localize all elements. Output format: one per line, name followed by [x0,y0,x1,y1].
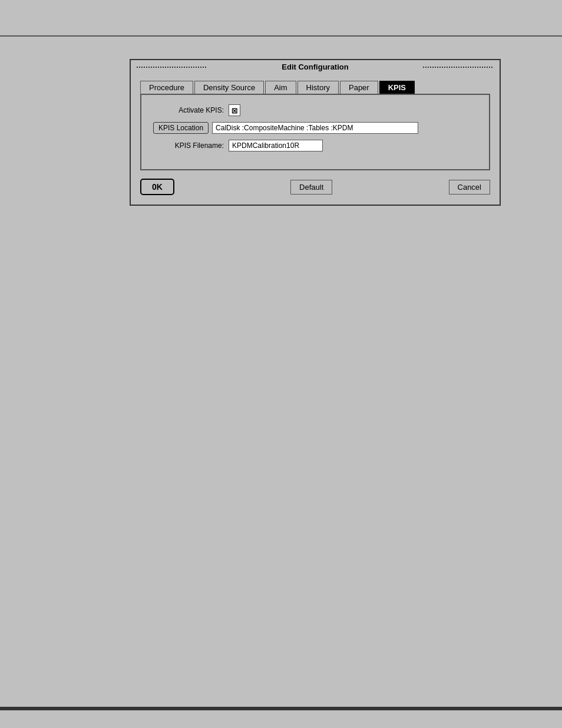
kpis-filename-label: KPIS Filename: [153,141,224,150]
dialog-title-bar: Edit Configuration [130,59,501,74]
kpis-location-button[interactable]: KPIS Location [153,122,209,134]
kpis-location-field[interactable] [212,122,418,134]
ok-button[interactable]: 0K [140,179,174,195]
top-rule [0,35,562,37]
dialog-body: Procedure Density Source Aim History Pap… [130,74,501,206]
bottom-buttons: 0K Default Cancel [140,179,490,195]
tab-kpis[interactable]: KPIS [379,81,415,94]
kpis-filename-field[interactable] [229,140,323,151]
tab-density-source[interactable]: Density Source [194,81,264,94]
kpis-location-row: KPIS Location [153,122,477,134]
activate-kpis-row: Activate KPIS: ⊠ [153,104,477,116]
kpis-content-panel: Activate KPIS: ⊠ KPIS Location KPIS File… [140,94,490,170]
cancel-button[interactable]: Cancel [449,180,490,195]
tab-paper[interactable]: Paper [340,81,378,94]
edit-configuration-dialog: Edit Configuration Procedure Density Sou… [130,59,501,206]
default-button[interactable]: Default [290,180,332,195]
kpis-filename-row: KPIS Filename: [153,140,477,151]
tabs-row: Procedure Density Source Aim History Pap… [140,81,490,94]
activate-kpis-checkbox[interactable]: ⊠ [229,104,240,116]
dialog-title: Edit Configuration [282,62,348,71]
tab-aim[interactable]: Aim [265,81,296,94]
tab-procedure[interactable]: Procedure [140,81,193,94]
bottom-rule [0,707,562,710]
activate-kpis-label: Activate KPIS: [153,106,224,114]
tab-history[interactable]: History [297,81,339,94]
